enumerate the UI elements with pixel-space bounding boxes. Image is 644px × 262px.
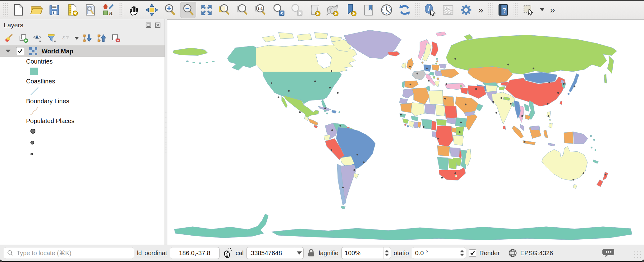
- crs-globe-icon[interactable]: [508, 248, 517, 258]
- legend-item-populated-places[interactable]: Populated Places: [0, 116, 165, 126]
- toolbar-grip[interactable]: [3, 3, 8, 16]
- open-layer-styling-button[interactable]: [2, 32, 16, 44]
- coordinate-label-prefix: ld: [137, 250, 142, 257]
- zoom-out-button[interactable]: [180, 2, 196, 18]
- abacus-icon: [442, 3, 455, 16]
- pan-map-button[interactable]: [126, 2, 142, 18]
- rotation-input[interactable]: [412, 249, 458, 257]
- legend-item-countries[interactable]: Countries: [0, 57, 165, 66]
- layers-panel-toolbar: ε: [0, 31, 165, 45]
- line-swatch: [30, 87, 39, 96]
- magnifier-spinbox[interactable]: [341, 247, 391, 259]
- magnifier-spin-buttons[interactable]: [383, 247, 391, 259]
- new-file-icon: [12, 3, 25, 16]
- rotation-spin-buttons[interactable]: [458, 247, 466, 259]
- group-visibility-checkbox[interactable]: [16, 47, 24, 55]
- expand-all-button[interactable]: [81, 32, 94, 44]
- new-spatial-bookmark-button[interactable]: ✱: [343, 2, 358, 18]
- panel-close-button[interactable]: [155, 22, 161, 28]
- panel-float-button[interactable]: [145, 22, 152, 28]
- style-manager-icon: a: [102, 3, 115, 16]
- toolbar-grip[interactable]: [514, 3, 518, 16]
- zoom-to-selection-button[interactable]: [217, 2, 232, 18]
- toolbar-overflow[interactable]: »: [478, 5, 483, 15]
- svg-text:ε: ε: [62, 34, 65, 41]
- group-label[interactable]: World Map: [42, 48, 73, 55]
- zoom-full-button[interactable]: [199, 2, 214, 18]
- legend-symbol-coastlines[interactable]: [0, 86, 165, 96]
- pan-to-selection-button[interactable]: [144, 2, 160, 18]
- messages-button[interactable]: [602, 247, 615, 259]
- render-toggle[interactable]: Render: [469, 249, 500, 257]
- identify-features-button[interactable]: i: [422, 2, 438, 18]
- legend-symbol-countries[interactable]: [0, 66, 165, 77]
- legend-item-boundary-lines[interactable]: Boundary Lines: [0, 96, 165, 106]
- project-open-button[interactable]: [29, 2, 44, 18]
- zoom-last-icon: [272, 3, 285, 16]
- scale-input[interactable]: [247, 249, 295, 257]
- add-group-button[interactable]: [17, 32, 30, 44]
- scale-combo[interactable]: [246, 247, 304, 259]
- help-button[interactable]: ?: [495, 2, 511, 18]
- zoom-native-button[interactable]: 1:1: [253, 2, 268, 18]
- remove-layer-button[interactable]: [109, 32, 122, 44]
- zoom-in-button[interactable]: [162, 2, 178, 18]
- legend-symbol-populated-small[interactable]: [0, 149, 165, 160]
- panel-resize-handle[interactable]: [165, 112, 167, 153]
- toolbar-grip[interactable]: [415, 3, 420, 16]
- select-dropdown-arrow[interactable]: [540, 8, 544, 11]
- filter-legend-button[interactable]: [45, 32, 58, 44]
- project-save-button[interactable]: [47, 2, 62, 18]
- show-layout-manager-button[interactable]: [83, 2, 98, 18]
- select-features-button[interactable]: [521, 2, 536, 18]
- group-expand-caret[interactable]: [6, 50, 11, 53]
- legend-label: Countries: [26, 58, 53, 65]
- zoom-native-icon: 1:1: [254, 3, 267, 16]
- toolbar-overflow-right[interactable]: »: [550, 5, 555, 15]
- legend-item-coastlines[interactable]: Coastlines: [0, 77, 165, 86]
- zoom-to-layer-button[interactable]: [235, 2, 250, 18]
- scale-dropdown-arrow[interactable]: [295, 247, 303, 259]
- legend-symbol-populated-large[interactable]: [0, 126, 165, 137]
- zoom-next-button[interactable]: [289, 2, 304, 18]
- locator-input[interactable]: [16, 249, 131, 257]
- new-map-view-button[interactable]: ✱: [307, 2, 322, 18]
- render-checkbox[interactable]: [469, 249, 476, 257]
- project-new-button[interactable]: [11, 2, 26, 18]
- coordinate-field[interactable]: [170, 247, 220, 259]
- processing-toolbox-button[interactable]: [458, 2, 474, 18]
- check-icon: [470, 250, 475, 256]
- new-3d-map-view-button[interactable]: ✱: [325, 2, 340, 18]
- style-manager-button[interactable]: a: [101, 2, 116, 18]
- refresh-button[interactable]: [397, 2, 412, 18]
- layout-manager-icon: [84, 3, 97, 16]
- crs-status[interactable]: EPSG:4326: [520, 250, 553, 257]
- coordinate-input[interactable]: [170, 249, 219, 257]
- toolbar-grip[interactable]: [119, 3, 123, 16]
- zoom-in-icon: [163, 3, 176, 16]
- layers-panel-header: Layers: [0, 19, 165, 31]
- legend-symbol-boundary-lines[interactable]: [0, 106, 165, 116]
- extent-toggle-icon[interactable]: [222, 247, 233, 259]
- filter-by-expression-button[interactable]: ε: [60, 32, 73, 44]
- window-resize-grip[interactable]: [633, 251, 643, 260]
- magnifier-input[interactable]: [342, 249, 383, 257]
- show-bookmarks-button[interactable]: [361, 2, 376, 18]
- manage-map-themes-button[interactable]: [31, 32, 44, 44]
- statistical-summary-button[interactable]: [440, 2, 456, 18]
- legend-symbol-populated-medium[interactable]: [0, 137, 165, 149]
- locator-search[interactable]: [4, 247, 134, 259]
- rotation-spinbox[interactable]: [412, 247, 466, 259]
- zoom-full-icon: [200, 3, 213, 16]
- gear-icon: [460, 3, 473, 16]
- zoom-last-button[interactable]: [271, 2, 286, 18]
- filter-expression-dropdown[interactable]: [75, 37, 79, 40]
- map-area: [165, 19, 644, 245]
- map-canvas[interactable]: [167, 19, 644, 245]
- lock-scale-icon[interactable]: [306, 248, 316, 258]
- toolbar-grip[interactable]: [488, 3, 492, 16]
- temporal-controller-button[interactable]: [379, 2, 394, 18]
- collapse-all-button[interactable]: [95, 32, 108, 44]
- new-print-layout-button[interactable]: ✱: [65, 2, 80, 18]
- layer-tree-group-row[interactable]: World Map: [0, 46, 165, 57]
